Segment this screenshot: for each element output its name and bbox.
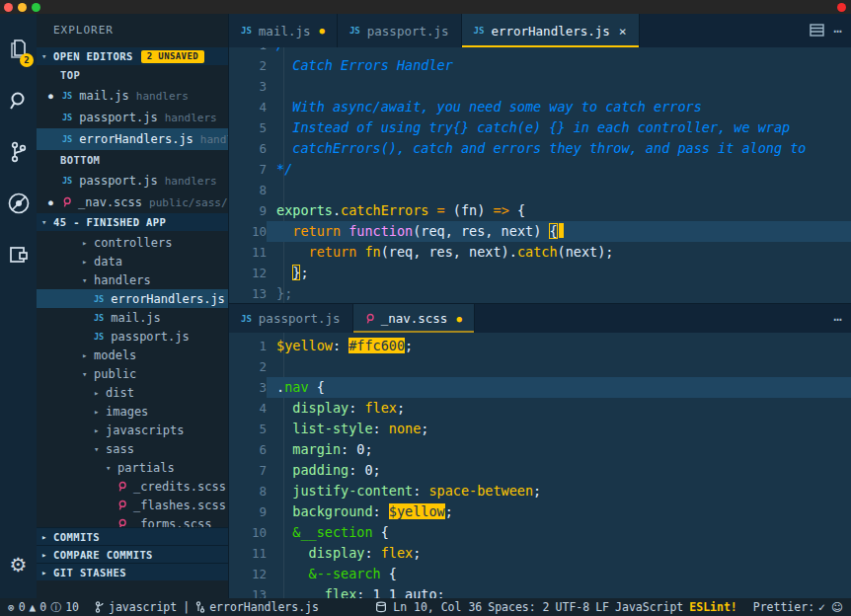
line-number: 4 (229, 97, 267, 117)
sidebar-section-compare-commits[interactable]: ▸COMPARE COMMITS (37, 545, 228, 563)
code-line-2[interactable]: 2 (229, 356, 851, 377)
code-line-1[interactable]: 1/* (229, 47, 851, 55)
tree-item-errorHandlers.js[interactable]: JSerrorHandlers.js (37, 289, 228, 308)
code-line-11[interactable]: 11 display: flex; (229, 543, 851, 564)
open-editor-item-errorHandlers.js[interactable]: JSerrorHandlers.jshandler… (37, 128, 228, 150)
extensions-icon[interactable] (0, 229, 37, 280)
code-line-6[interactable]: 6 catchErrors(), catch and errors they t… (229, 138, 851, 159)
tree-item-sass[interactable]: ▾sass (37, 439, 228, 458)
language-indicator[interactable]: JavaScript (615, 600, 683, 614)
eol-indicator[interactable]: LF (595, 600, 609, 614)
search-icon[interactable] (0, 75, 37, 126)
open-editor-item-_nav.scss[interactable]: ●_nav.scsspublic/sass/pa… (37, 192, 228, 213)
tree-item-dist[interactable]: ▸dist (37, 383, 228, 402)
open-editor-item-passport.js[interactable]: JSpassport.jshandlers (37, 107, 228, 128)
prettier-status[interactable]: Prettier: ✓ (753, 600, 825, 614)
code-line-9[interactable]: 9exports.catchErrors = (fn) => { (229, 200, 851, 221)
open-editors-header[interactable]: ▾ OPEN EDITORS 2 UNSAVED (37, 47, 228, 65)
code-editor-top[interactable]: 1/*2 Catch Errors Handler34 With async/a… (229, 47, 851, 303)
encoding-indicator[interactable]: UTF-8 (556, 600, 590, 614)
open-editors-label: OPEN EDITORS (53, 50, 133, 62)
chevron-down-icon: ▾ (94, 444, 106, 454)
code-line-9[interactable]: 9 background: $yellow; (229, 501, 851, 522)
eslint-status[interactable]: ESLint! (689, 600, 736, 614)
code-line-5[interactable]: 5 Instead of using try{} catch(e) {} in … (229, 117, 851, 138)
git-file-indicator[interactable]: errorHandlers.js (195, 600, 319, 614)
minimize-window-button[interactable] (18, 3, 27, 12)
tree-item-public[interactable]: ▾public (37, 364, 228, 383)
tab-errorHandlers.js[interactable]: JSerrorHandlers.js× (462, 14, 640, 47)
more-actions-icon[interactable]: ⋯ (834, 311, 843, 327)
code-line-11[interactable]: 11 return fn(req, res, next).catch(next)… (229, 242, 851, 263)
sidebar-section-git-stashes[interactable]: ▸GIT STASHES (37, 563, 228, 580)
feedback-smiley-icon[interactable]: ☺ (831, 600, 843, 614)
explorer-icon[interactable]: 2 (0, 24, 37, 75)
file-path-description: handlers (165, 175, 217, 188)
code-line-6[interactable]: 6 margin: 0; (229, 439, 851, 460)
toggle-layout-icon[interactable] (810, 22, 824, 40)
line-number: 11 (229, 242, 267, 263)
code-line-12[interactable]: 12 &--search { (229, 564, 851, 584)
code-line-8[interactable]: 8 (229, 180, 851, 200)
code-line-7[interactable]: 7*/ (229, 159, 851, 180)
tab-_nav.scss[interactable]: _nav.scss● (353, 304, 475, 333)
code-line-12[interactable]: 12 }; (229, 263, 851, 283)
code-line-3[interactable]: 3 (229, 76, 851, 97)
code-line-10[interactable]: 10 &__section { (229, 522, 851, 543)
tree-item-partials[interactable]: ▾partials (37, 458, 228, 477)
code-line-4[interactable]: 4 display: flex; (229, 398, 851, 419)
dirty-dot-icon[interactable]: ● (320, 26, 325, 36)
tab-bar-bottom: JSpassport.js_nav.scss● ⋯ (229, 303, 851, 333)
code-line-13[interactable]: 13 flex: 1 1 auto; (229, 584, 851, 598)
indentation-indicator[interactable]: Spaces: 2 (488, 600, 549, 614)
line-number: 8 (229, 180, 267, 200)
tree-item-_credits.scss[interactable]: _credits.scss (37, 477, 228, 496)
close-window-button[interactable] (4, 3, 13, 12)
server-indicator[interactable] (375, 601, 387, 613)
tree-item-images[interactable]: ▸images (37, 402, 228, 421)
js-icon: JS (241, 314, 252, 324)
tree-item-_forms.scss[interactable]: _forms.scss (37, 514, 228, 528)
code-line-8[interactable]: 8 justify-content: space-between; (229, 481, 851, 501)
tab-passport.js[interactable]: JSpassport.js (229, 304, 353, 333)
tab-mail.js[interactable]: JSmail.js● (229, 14, 338, 47)
explorer-sidebar: EXPLORER ▾ OPEN EDITORS 2 UNSAVED TOP●JS… (37, 14, 229, 598)
tree-item-_flashes.scss[interactable]: _flashes.scss (37, 496, 228, 514)
tree-item-javascripts[interactable]: ▸javascripts (37, 421, 228, 439)
code-line-4[interactable]: 4 With async/await, you need some way to… (229, 97, 851, 117)
tab-passport.js[interactable]: JSpassport.js (338, 14, 462, 47)
folder-root-header[interactable]: ▾ 45 - FINISHED APP (37, 213, 228, 231)
source-control-icon[interactable] (0, 126, 37, 178)
open-editor-item-mail.js[interactable]: ●JSmail.jshandlers (37, 85, 228, 107)
tree-item-passport.js[interactable]: JSpassport.js (37, 327, 228, 346)
code-line-2[interactable]: 2 Catch Errors Handler (229, 55, 851, 76)
problems-indicator[interactable]: ⊗0 ▲0 ⓘ10 (8, 600, 79, 615)
tree-item-mail.js[interactable]: JSmail.js (37, 308, 228, 327)
code-line-content: }; (267, 283, 851, 303)
tree-item-handlers[interactable]: ▾handlers (37, 270, 228, 289)
code-line-10[interactable]: 10 return function(req, res, next) { (229, 221, 851, 242)
git-branch-indicator[interactable]: javascript (95, 600, 177, 614)
code-editor-bottom[interactable]: 1$yellow: #ffc600;23.nav {4 display: fle… (229, 333, 851, 598)
tree-item-label: javascripts (106, 424, 184, 437)
sidebar-section-commits[interactable]: ▸COMMITS (37, 527, 228, 545)
tab-label: passport.js (367, 24, 449, 38)
maximize-window-button[interactable] (32, 3, 40, 12)
tree-item-controllers[interactable]: ▸controllers (37, 233, 228, 252)
code-line-13[interactable]: 13}; (229, 283, 851, 303)
editor-group-bottom: JSpassport.js_nav.scss● ⋯ 1$yellow: #ffc… (229, 303, 851, 598)
code-line-7[interactable]: 7 padding: 0; (229, 460, 851, 481)
debug-icon[interactable] (0, 178, 37, 229)
dirty-dot-icon[interactable]: ● (456, 314, 461, 324)
cursor-position[interactable]: Ln 10, Col 36 (393, 600, 482, 614)
tree-item-models[interactable]: ▸models (37, 346, 228, 364)
code-line-1[interactable]: 1$yellow: #ffc600; (229, 336, 851, 356)
tree-item-data[interactable]: ▸data (37, 252, 228, 270)
more-actions-icon[interactable]: ⋯ (834, 23, 843, 38)
code-line-5[interactable]: 5 list-style: none; (229, 419, 851, 439)
code-line-3[interactable]: 3.nav { (229, 377, 851, 398)
open-editor-item-passport.js[interactable]: JSpassport.jshandlers (37, 170, 228, 192)
close-icon[interactable]: × (619, 24, 627, 38)
settings-gear-icon[interactable]: ⚙ (0, 553, 37, 577)
chevron-down-icon: ▾ (106, 463, 117, 473)
